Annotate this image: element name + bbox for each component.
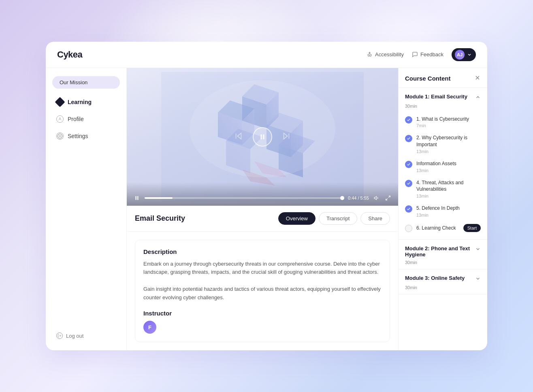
tab-transcript[interactable]: Transcript: [319, 212, 357, 225]
close-panel-button[interactable]: [474, 75, 481, 83]
video-container: 0:44 / 5:55: [127, 68, 398, 206]
lesson-1-info: 1. What is Cybersecurity 7min: [416, 116, 481, 128]
module-3-title: Module 3: Online Safety: [405, 275, 465, 281]
video-controls: 0:44 / 5:55: [127, 182, 398, 206]
module-3-chevron: [475, 276, 481, 283]
module-1-title: Module 1: Email Security: [405, 94, 467, 100]
lesson-1-check: [405, 116, 412, 124]
chevron-down-icon: [467, 52, 472, 57]
mission-button[interactable]: Our Mission: [52, 76, 120, 89]
play-pause-ctrl[interactable]: [133, 194, 141, 202]
module-2-duration: 30min: [399, 260, 487, 269]
lesson-3-name: Information Assets: [416, 160, 481, 167]
lesson-5-info: 5. Defence In Depth 13min: [416, 205, 481, 217]
play-overlay: [234, 127, 291, 147]
description-text: Embark on a journey through cybersecurit…: [143, 260, 382, 302]
lesson-5-duration: 13min: [416, 213, 481, 217]
content-area: Description Embark on a journey through …: [127, 232, 398, 351]
instructor-title: Instructor: [143, 310, 382, 317]
course-title: Email Security: [135, 214, 185, 223]
accessibility-icon: [367, 51, 373, 58]
lesson-list-1: 1. What is Cybersecurity 7min: [399, 113, 487, 240]
logout-button[interactable]: Log out: [52, 329, 120, 342]
tab-share[interactable]: Share: [360, 212, 390, 225]
module-3-duration: 30min: [399, 285, 487, 294]
svg-point-1: [59, 117, 60, 119]
progress-bar[interactable]: [145, 197, 344, 199]
module-1: Module 1: Email Security 30min: [399, 88, 487, 240]
lesson-3-check: [405, 161, 412, 168]
course-content-panel: Course Content Module 1: Email Security: [398, 68, 487, 351]
settings-icon: [56, 132, 64, 140]
svg-rect-22: [261, 134, 262, 139]
course-info-bar: Email Security Overview Transcript Share: [127, 206, 398, 232]
user-menu-button[interactable]: AJ: [452, 48, 476, 61]
volume-button[interactable]: [373, 194, 380, 202]
tab-overview[interactable]: Overview: [278, 212, 316, 225]
header: Cykea Accessibility Feedback AJ: [46, 42, 487, 68]
feedback-button[interactable]: Feedback: [412, 51, 443, 58]
lesson-2-duration: 13min: [416, 149, 481, 154]
lesson-1[interactable]: 1. What is Cybersecurity 7min: [399, 113, 487, 132]
lesson-4[interactable]: 4. Threat, Attacks and Vulnerabilities 1…: [399, 176, 487, 202]
lesson-2-name: 2. Why Cybersecurity is Important: [416, 134, 481, 148]
time-display: 0:44 / 5:55: [348, 196, 369, 200]
sidebar-item-settings[interactable]: Settings: [52, 129, 120, 143]
panel-header: Course Content: [399, 68, 487, 88]
description-card: Description Embark on a journey through …: [135, 240, 390, 343]
main-content: 0:44 / 5:55: [127, 68, 398, 351]
diamond-icon: [55, 97, 65, 107]
lesson-5-check: [405, 205, 412, 213]
svg-point-0: [369, 52, 370, 53]
skip-forward-button[interactable]: [282, 132, 291, 142]
fullscreen-button[interactable]: [384, 194, 392, 202]
lesson-3-info: Information Assets 13min: [416, 160, 481, 173]
svg-marker-28: [374, 196, 376, 199]
progress-dot: [340, 196, 344, 200]
panel-scroll: Module 1: Email Security 30min: [399, 88, 487, 351]
description-title: Description: [143, 248, 382, 255]
svg-line-30: [386, 198, 388, 200]
svg-point-2: [59, 135, 61, 137]
start-lesson-button[interactable]: Start: [463, 224, 481, 232]
sidebar-item-learning[interactable]: Learning: [52, 95, 120, 109]
module-1-duration: 30min: [399, 104, 487, 113]
lesson-1-name: 1. What is Cybersecurity: [416, 116, 481, 123]
logo: Cykea: [57, 49, 82, 60]
lesson-6-pending: [405, 225, 412, 232]
avatar: AJ: [455, 50, 465, 60]
lesson-6-info: 6. Learning Check: [416, 225, 459, 232]
module-2-header[interactable]: Module 2: Phone and Text Hygiene: [399, 240, 487, 260]
progress-fill: [145, 197, 173, 199]
lesson-5[interactable]: 5. Defence In Depth 13min: [399, 202, 487, 221]
body: Our Mission Learning Profile: [46, 68, 487, 351]
lesson-4-duration: 13min: [416, 194, 481, 198]
accessibility-button[interactable]: Accessibility: [367, 51, 404, 58]
module-2: Module 2: Phone and Text Hygiene 30min: [399, 240, 487, 269]
lesson-2[interactable]: 2. Why Cybersecurity is Important 13min: [399, 131, 487, 157]
tab-group: Overview Transcript Share: [278, 212, 390, 225]
svg-line-29: [388, 196, 390, 197]
profile-icon: [56, 115, 64, 123]
header-right: Accessibility Feedback AJ: [367, 48, 476, 61]
lesson-2-info: 2. Why Cybersecurity is Important 13min: [416, 134, 481, 154]
svg-marker-24: [284, 133, 288, 139]
sidebar-item-profile[interactable]: Profile: [52, 112, 120, 126]
lesson-1-duration: 7min: [416, 123, 481, 128]
module-1-chevron: [475, 94, 481, 101]
app-window: Cykea Accessibility Feedback AJ: [46, 42, 487, 351]
skip-back-button[interactable]: [234, 132, 243, 142]
lesson-4-info: 4. Threat, Attacks and Vulnerabilities 1…: [416, 179, 481, 199]
lesson-6[interactable]: 6. Learning Check Start: [399, 221, 487, 235]
lesson-6-name: 6. Learning Check: [416, 225, 459, 232]
module-2-title: Module 2: Phone and Text Hygiene: [405, 245, 475, 258]
lesson-4-name: 4. Threat, Attacks and Vulnerabilities: [416, 179, 481, 193]
lesson-2-check: [405, 135, 412, 142]
lesson-3[interactable]: Information Assets 13min: [399, 157, 487, 176]
panel-title: Course Content: [405, 75, 451, 82]
instructor-avatar: F: [143, 321, 156, 334]
lesson-3-duration: 13min: [416, 168, 481, 173]
pause-button[interactable]: [253, 127, 272, 147]
module-1-header[interactable]: Module 1: Email Security: [399, 88, 487, 104]
module-3-header[interactable]: Module 3: Online Safety: [399, 269, 487, 285]
